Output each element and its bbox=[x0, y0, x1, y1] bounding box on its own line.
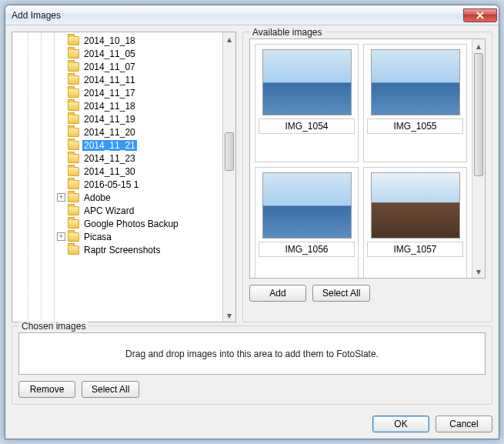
folder-icon bbox=[68, 193, 79, 202]
available-images-group: Available images IMG_1054IMG_1055IMG_105… bbox=[242, 32, 492, 322]
folder-tree-item[interactable]: 2016-05-15 1 bbox=[12, 178, 222, 191]
folder-label: 2014_11_11 bbox=[82, 75, 137, 85]
folder-label: 2014_11_23 bbox=[82, 153, 137, 164]
folder-tree-item[interactable]: 2014_11_23 bbox=[12, 152, 222, 165]
dialog-window: Add Images 2014_10_182014_11_052014_11_0… bbox=[5, 5, 499, 439]
folder-icon bbox=[68, 36, 79, 45]
select-all-available-button[interactable]: Select All bbox=[312, 285, 370, 302]
folder-label: Picasa bbox=[82, 232, 113, 242]
folder-label: 2014_11_20 bbox=[82, 127, 137, 138]
thumbnail-grid: IMG_1054IMG_1055IMG_1056IMG_1057 bbox=[250, 39, 472, 278]
folder-tree-item[interactable]: 2014_11_30 bbox=[12, 165, 222, 178]
thumbnail-name: IMG_1054 bbox=[259, 119, 355, 134]
folder-label: Google Photos Backup bbox=[82, 219, 180, 229]
folder-icon bbox=[68, 219, 79, 229]
chosen-buttons: Remove Select All bbox=[18, 381, 486, 398]
close-icon bbox=[476, 12, 484, 19]
available-buttons: Add Select All bbox=[249, 285, 486, 302]
thumbnail-image bbox=[262, 172, 352, 239]
add-button[interactable]: Add bbox=[249, 285, 306, 302]
dialog-content: 2014_10_182014_11_052014_11_072014_11_11… bbox=[5, 25, 499, 411]
folder-icon bbox=[68, 115, 79, 124]
thumbnail-item[interactable]: IMG_1054 bbox=[255, 44, 359, 162]
folder-icon bbox=[68, 141, 79, 150]
folder-label: 2014_11_30 bbox=[82, 166, 137, 177]
thumbnail-image bbox=[262, 49, 352, 115]
folder-label: 2014_11_07 bbox=[82, 62, 137, 72]
top-row: 2014_10_182014_11_052014_11_072014_11_11… bbox=[12, 32, 492, 322]
scroll-thumb[interactable] bbox=[474, 53, 483, 176]
folder-tree-item[interactable]: 2014_11_20 bbox=[12, 125, 222, 139]
available-images-label: Available images bbox=[249, 27, 325, 38]
folder-label: 2014_11_19 bbox=[82, 114, 137, 125]
titlebar: Add Images bbox=[5, 5, 499, 25]
select-all-chosen-button[interactable]: Select All bbox=[82, 381, 139, 398]
folder-icon bbox=[68, 245, 79, 255]
thumbnail-image bbox=[371, 172, 460, 239]
folder-label: APC Wizard bbox=[82, 205, 135, 216]
scroll-down-icon[interactable]: ▾ bbox=[223, 309, 235, 322]
folder-icon bbox=[68, 128, 79, 137]
cancel-button[interactable]: Cancel bbox=[436, 416, 492, 432]
folder-icon bbox=[68, 88, 79, 98]
scroll-down-icon[interactable]: ▾ bbox=[472, 265, 485, 278]
ok-button[interactable]: OK bbox=[372, 416, 429, 432]
folder-icon bbox=[68, 102, 79, 111]
thumbnail-name: IMG_1056 bbox=[259, 242, 355, 257]
folder-tree-item[interactable]: Picasa bbox=[12, 230, 222, 243]
folder-icon bbox=[68, 167, 79, 176]
thumbnail-image bbox=[371, 49, 460, 115]
scroll-up-icon[interactable]: ▴ bbox=[472, 39, 485, 52]
folder-tree-item[interactable]: 2014_11_17 bbox=[12, 86, 222, 99]
thumbnail-name: IMG_1055 bbox=[367, 119, 463, 134]
folder-tree-item[interactable]: 2014_11_19 bbox=[12, 112, 222, 125]
folder-label: 2014_11_05 bbox=[82, 48, 137, 59]
remove-button[interactable]: Remove bbox=[18, 381, 75, 398]
folder-label: Adobe bbox=[82, 192, 112, 203]
folder-tree-item[interactable]: 2014_11_11 bbox=[12, 73, 222, 86]
close-button[interactable] bbox=[463, 8, 497, 22]
folder-tree-item[interactable]: 2014_11_05 bbox=[12, 47, 222, 60]
chosen-drop-area[interactable]: Drag and drop images into this area to a… bbox=[18, 332, 486, 375]
thumbnail-name: IMG_1057 bbox=[367, 242, 463, 257]
folder-tree-item[interactable]: 2014_11_18 bbox=[12, 99, 222, 112]
folder-tree-item[interactable]: 2014_10_18 bbox=[12, 34, 222, 47]
chosen-images-group: Chosen images Drag and drop images into … bbox=[12, 325, 492, 405]
folder-label: 2014_11_17 bbox=[82, 88, 137, 98]
folder-icon bbox=[68, 154, 79, 163]
folder-tree[interactable]: 2014_10_182014_11_052014_11_072014_11_11… bbox=[12, 32, 222, 322]
thumbnail-item[interactable]: IMG_1057 bbox=[363, 167, 467, 279]
folder-label: 2014_11_18 bbox=[82, 101, 137, 112]
folder-tree-item[interactable]: APC Wizard bbox=[12, 204, 222, 217]
thumbnail-item[interactable]: IMG_1055 bbox=[363, 44, 467, 162]
thumbs-scrollbar[interactable]: ▴ ▾ bbox=[472, 39, 485, 278]
scroll-thumb[interactable] bbox=[225, 132, 234, 171]
folder-tree-item[interactable]: 2014_11_07 bbox=[12, 60, 222, 73]
dialog-footer: OK Cancel bbox=[5, 411, 499, 439]
folder-icon bbox=[68, 206, 79, 215]
folder-label: Raptr Screenshots bbox=[82, 245, 162, 255]
folder-icon bbox=[68, 62, 79, 72]
window-title: Add Images bbox=[12, 10, 463, 21]
folder-label: 2014_11_21 bbox=[82, 140, 137, 151]
chosen-empty-text: Drag and drop images into this area to a… bbox=[125, 349, 379, 359]
folder-tree-item[interactable]: 2014_11_21 bbox=[12, 139, 222, 152]
thumbnail-item[interactable]: IMG_1056 bbox=[255, 167, 359, 279]
folder-icon bbox=[68, 180, 79, 189]
tree-scrollbar[interactable]: ▴ ▾ bbox=[222, 32, 235, 322]
thumbnail-area: IMG_1054IMG_1055IMG_1056IMG_1057 ▴ ▾ bbox=[249, 38, 486, 279]
folder-icon bbox=[68, 75, 79, 85]
chosen-images-label: Chosen images bbox=[18, 321, 88, 332]
folder-icon bbox=[68, 232, 79, 242]
scroll-up-icon[interactable]: ▴ bbox=[223, 32, 235, 45]
folder-tree-panel: 2014_10_182014_11_052014_11_072014_11_11… bbox=[12, 32, 236, 322]
folder-label: 2016-05-15 1 bbox=[82, 179, 140, 190]
folder-tree-item[interactable]: Raptr Screenshots bbox=[12, 243, 222, 256]
folder-icon bbox=[68, 49, 79, 58]
folder-tree-item[interactable]: Adobe bbox=[12, 191, 222, 204]
folder-tree-item[interactable]: Google Photos Backup bbox=[12, 217, 222, 230]
folder-label: 2014_10_18 bbox=[82, 35, 137, 46]
